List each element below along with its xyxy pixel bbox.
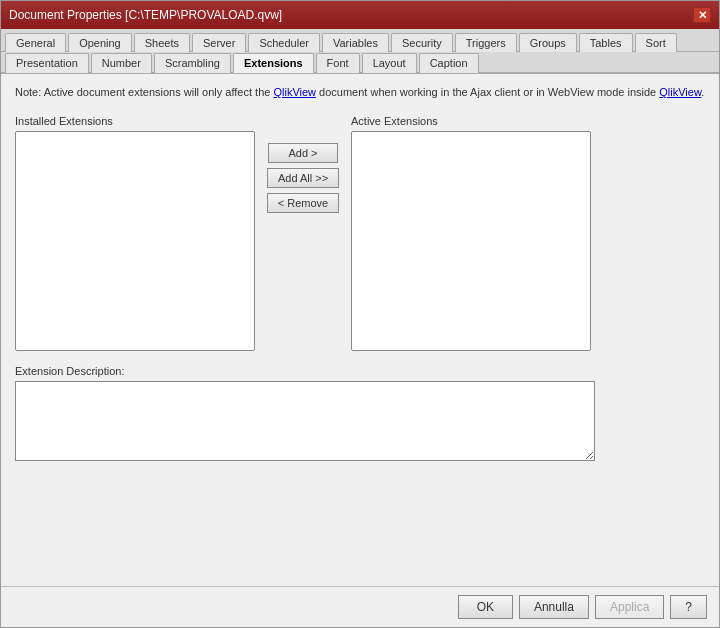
qlikview-link1[interactable]: QlikView xyxy=(273,86,316,98)
tabs-row2: Presentation Number Scrambling Extension… xyxy=(1,52,719,74)
title-bar: Document Properties [C:\TEMP\PROVALOAD.q… xyxy=(1,1,719,29)
remove-button[interactable]: < Remove xyxy=(267,193,339,213)
tab-scheduler[interactable]: Scheduler xyxy=(248,33,320,52)
footer: OK Annulla Applica ? xyxy=(1,586,719,627)
close-button[interactable]: ✕ xyxy=(693,7,711,23)
note-text: Note: Active document extensions will on… xyxy=(15,84,705,101)
tab-number[interactable]: Number xyxy=(91,53,152,73)
ext-desc-label: Extension Description: xyxy=(15,365,705,377)
tab-general[interactable]: General xyxy=(5,33,66,52)
tab-presentation[interactable]: Presentation xyxy=(5,53,89,73)
tab-variables[interactable]: Variables xyxy=(322,33,389,52)
tab-server[interactable]: Server xyxy=(192,33,246,52)
qlikview-link2[interactable]: QlikView xyxy=(659,86,701,98)
tab-sheets[interactable]: Sheets xyxy=(134,33,190,52)
add-button[interactable]: Add > xyxy=(268,143,338,163)
active-extensions-list[interactable] xyxy=(351,131,591,351)
tab-extensions[interactable]: Extensions xyxy=(233,53,314,73)
tab-scrambling[interactable]: Scrambling xyxy=(154,53,231,73)
ext-desc-section: Extension Description: xyxy=(15,365,705,464)
tab-layout[interactable]: Layout xyxy=(362,53,417,73)
help-button[interactable]: ? xyxy=(670,595,707,619)
tabs-row1: General Opening Sheets Server Scheduler … xyxy=(1,29,719,52)
window-title: Document Properties [C:\TEMP\PROVALOAD.q… xyxy=(9,8,282,22)
content-area: Note: Active document extensions will on… xyxy=(1,74,719,586)
add-all-button[interactable]: Add All >> xyxy=(267,168,339,188)
cancel-button[interactable]: Annulla xyxy=(519,595,589,619)
ext-desc-textarea[interactable] xyxy=(15,381,595,461)
main-window: Document Properties [C:\TEMP\PROVALOAD.q… xyxy=(0,0,720,628)
tab-security[interactable]: Security xyxy=(391,33,453,52)
extensions-layout: Installed Extensions Add > Add All >> < … xyxy=(15,115,705,351)
note-suffix: . xyxy=(701,86,704,98)
tab-sort[interactable]: Sort xyxy=(635,33,677,52)
installed-label: Installed Extensions xyxy=(15,115,255,127)
tab-font[interactable]: Font xyxy=(316,53,360,73)
tab-triggers[interactable]: Triggers xyxy=(455,33,517,52)
note-mid: document when working in the Ajax client… xyxy=(316,86,659,98)
installed-extensions-panel: Installed Extensions xyxy=(15,115,255,351)
ok-button[interactable]: OK xyxy=(458,595,513,619)
tab-opening[interactable]: Opening xyxy=(68,33,132,52)
installed-extensions-list[interactable] xyxy=(15,131,255,351)
active-label: Active Extensions xyxy=(351,115,591,127)
tab-groups[interactable]: Groups xyxy=(519,33,577,52)
tab-caption[interactable]: Caption xyxy=(419,53,479,73)
apply-button[interactable]: Applica xyxy=(595,595,664,619)
extension-buttons: Add > Add All >> < Remove xyxy=(263,115,343,213)
active-extensions-panel: Active Extensions xyxy=(351,115,591,351)
note-prefix: Note: Active document extensions will on… xyxy=(15,86,273,98)
tab-tables[interactable]: Tables xyxy=(579,33,633,52)
